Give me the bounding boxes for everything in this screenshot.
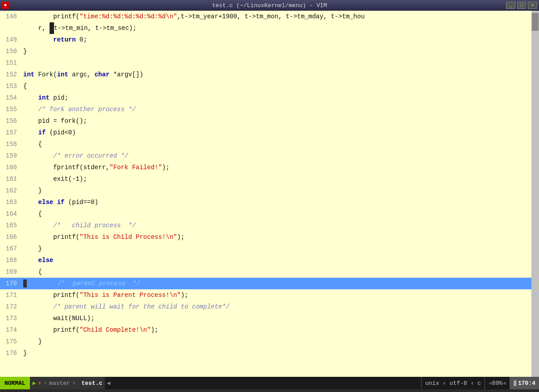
line-content: printf("This is Child Process!\n"); [21, 231, 531, 243]
cursor-hl [23, 279, 27, 288]
line-content: printf("time:%d:%d:%d:%d:%d:%d\n",t->tm_… [21, 11, 531, 22]
code-line: 173 wait(NULL); [0, 313, 531, 324]
mode-indicator: NORMAL [0, 377, 30, 389]
line-content: else [21, 254, 531, 266]
line-content: printf("This is Parent Process!\n"); [21, 289, 531, 301]
code-line: 169 { [0, 266, 531, 278]
line-number: 156 [0, 115, 21, 127]
arrow-left-icon: ◀ [489, 379, 492, 387]
lightning-icon: ⚡ [38, 379, 42, 387]
arrow2-icon: › [72, 379, 76, 387]
line-content: r, t->tm_min, t->tm_sec); [21, 22, 531, 34]
code-line: r, t->tm_min, t->tm_sec); [0, 22, 531, 34]
code-line: 166 printf("This is Child Process!\n"); [0, 231, 531, 243]
line-content: { [21, 138, 531, 150]
line-content: /* parent will wait for the child to com… [21, 301, 531, 313]
line-number: 154 [0, 92, 21, 104]
code-line: 160 fprintf(stderr,"Fork Failed!"); [0, 162, 531, 173]
code-line: 153{ [0, 80, 531, 92]
line-number: 160 [0, 162, 21, 173]
line-content: { [21, 208, 531, 220]
code-line: 162 } [0, 185, 531, 196]
line-content: } [21, 336, 531, 347]
encoding-info: unix ‹ utf-8 ‹ c [421, 377, 485, 389]
line-content: /* fork another process */ [21, 104, 531, 115]
code-line: 168 else [0, 254, 531, 266]
line-number: 150 [0, 46, 21, 57]
code-line: 151 [0, 57, 531, 69]
code-line: 164 { [0, 208, 531, 220]
line-number: 166 [0, 231, 21, 243]
statusbar: NORMAL ▶ ⚡ › master › test.c ◀ unix ‹ ut… [0, 377, 539, 389]
line-number: 167 [0, 243, 21, 254]
branch-info: ▶ ⚡ › master › [30, 377, 79, 389]
line-content: int pid; [21, 92, 531, 104]
code-line: 157 if (pid<0) [0, 127, 531, 138]
maximize-button[interactable]: □ [517, 2, 526, 9]
play-icon: ▶ [33, 379, 36, 387]
code-line: 175 } [0, 336, 531, 347]
code-line: 148 printf("time:%d:%d:%d:%d:%d:%d\n",t-… [0, 11, 531, 22]
window-title: test.c (~/LinuxKernel/menu) - VIM [212, 2, 327, 9]
arrow1-icon: › [43, 379, 47, 387]
line-content: pid = fork(); [21, 115, 531, 127]
filename-indicator: test.c [79, 377, 105, 389]
scrollbar-thumb[interactable] [532, 13, 539, 31]
line-number: 157 [0, 127, 21, 138]
percent-indicator: ◀ 89% ◀ [485, 377, 510, 389]
line-number: 170 [0, 278, 21, 289]
code-line: 158 { [0, 138, 531, 150]
code-line: 149 return 0; [0, 34, 531, 46]
line-number: 164 [0, 208, 21, 220]
code-line: 154 int pid; [0, 92, 531, 104]
line-number: 153 [0, 80, 21, 92]
close-button[interactable]: × [528, 2, 537, 9]
editor[interactable]: 148 printf("time:%d:%d:%d:%d:%d:%d\n",t-… [0, 11, 531, 377]
line-content: } [21, 347, 531, 359]
line-number: 176 [0, 347, 21, 359]
main-area: 148 printf("time:%d:%d:%d:%d:%d:%d\n",t-… [0, 11, 539, 377]
line-number: 161 [0, 173, 21, 185]
line-number: 174 [0, 324, 21, 336]
code-line: 163 else if (pid==0) [0, 196, 531, 208]
code-line: 159 /* error occurred */ [0, 150, 531, 162]
code-line: 156 pid = fork(); [0, 115, 531, 127]
code-line: 176} [0, 347, 531, 359]
line-number: 155 [0, 104, 21, 115]
code-line: 161 exit(-1); [0, 173, 531, 185]
line-content: return 0; [21, 34, 531, 46]
line-number: 151 [0, 57, 21, 69]
titlebar: ■ test.c (~/LinuxKernel/menu) - VIM _ □ … [0, 0, 539, 11]
scrollbar[interactable] [531, 11, 539, 377]
line-number: 158 [0, 138, 21, 150]
line-number: 171 [0, 289, 21, 301]
code-line: 171 printf("This is Parent Process!\n"); [0, 289, 531, 301]
code-line: 174 printf("Child Complete!\n"); [0, 324, 531, 336]
code-line: 152int Fork(int argc, char *argv[]) [0, 69, 531, 80]
line-content: } [21, 185, 531, 196]
app-icon: ■ [2, 2, 9, 9]
line-content: /* child process */ [21, 220, 531, 231]
code-line: 165 /* child process */ [0, 220, 531, 231]
line-content: { [21, 80, 531, 92]
line-content: int Fork(int argc, char *argv[]) [21, 69, 531, 80]
line-content: else if (pid==0) [21, 196, 531, 208]
line-content: if (pid<0) [21, 127, 531, 138]
cursor [50, 22, 54, 34]
line-number: 159 [0, 150, 21, 162]
line-col-indicator: ‖ 170:4 [510, 377, 539, 389]
window-controls[interactable]: _ □ × [506, 2, 537, 9]
code-line: 172 /* parent will wait for the child to… [0, 301, 531, 313]
line-number: 152 [0, 69, 21, 80]
line-number: 165 [0, 220, 21, 231]
line-number: 173 [0, 313, 21, 324]
line-number: 148 [0, 11, 21, 22]
line-content: printf("Child Complete!\n"); [21, 324, 531, 336]
line-number: 168 [0, 254, 21, 266]
branch-name: master [49, 380, 70, 387]
line-content: /* parent process */ [21, 278, 531, 289]
arrow-left2-icon: ◀ [502, 379, 506, 387]
line-number: 175 [0, 336, 21, 347]
arrow3-icon: ◀ [105, 379, 112, 387]
minimize-button[interactable]: _ [506, 2, 515, 9]
